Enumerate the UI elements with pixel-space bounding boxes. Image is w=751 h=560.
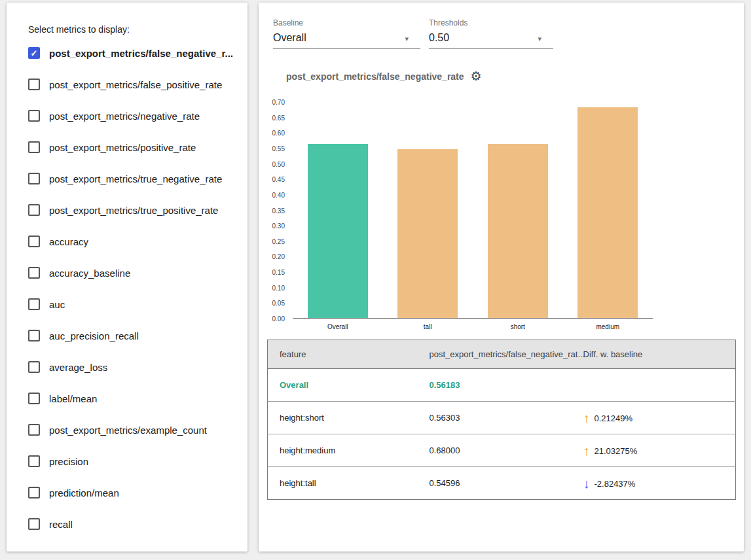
diff-cell: ↑21.03275% bbox=[583, 434, 736, 467]
column-header: feature bbox=[268, 340, 430, 369]
diff-cell: ↓-2.82437% bbox=[583, 467, 736, 500]
checkbox-unchecked-icon[interactable] bbox=[28, 393, 40, 404]
value-cell: 0.56303 bbox=[430, 402, 583, 434]
metric-label: post_export_metrics/true_negative_rate bbox=[49, 173, 222, 184]
checkbox-unchecked-icon[interactable] bbox=[28, 173, 40, 184]
table-row[interactable]: height:tall0.54596↓-2.82437% bbox=[268, 467, 736, 500]
bar-Overall[interactable] bbox=[308, 144, 368, 318]
y-axis-tick-label: 0.20 bbox=[272, 253, 285, 260]
checkbox-unchecked-icon[interactable] bbox=[28, 518, 40, 530]
checkbox-unchecked-icon[interactable] bbox=[28, 79, 40, 90]
metric-detail-panel: Baseline Overall ▾ Thresholds 0.50 ▾ pos… bbox=[259, 3, 744, 551]
diff-percentage: 21.03275% bbox=[595, 446, 638, 455]
metric-label: post_export_metrics/positive_rate bbox=[49, 142, 196, 153]
metric-checkbox-row[interactable]: post_export_metrics/positive_rate bbox=[28, 131, 242, 163]
y-axis-tick-label: 0.60 bbox=[272, 130, 285, 137]
x-axis-tick-label: medium bbox=[563, 323, 653, 330]
metric-select-panel: Select metrics to display: ✓post_export_… bbox=[7, 3, 247, 551]
metric-label: accuracy_baseline bbox=[49, 268, 130, 279]
metric-checkbox-row[interactable]: label/mean bbox=[28, 383, 242, 414]
baseline-dropdown[interactable]: Baseline Overall ▾ bbox=[273, 18, 420, 49]
settings-gear-icon[interactable]: ⚙ bbox=[471, 70, 482, 82]
metric-label: recall bbox=[49, 519, 73, 530]
metric-checkbox-row[interactable]: post_export_metrics/true_positive_rate bbox=[28, 194, 242, 226]
chart-title: post_export_metrics/false_negative_rate bbox=[286, 71, 464, 82]
metric-label: post_export_metrics/example_count bbox=[49, 425, 207, 436]
feature-cell: height:tall bbox=[268, 467, 430, 500]
y-axis-tick-label: 0.70 bbox=[272, 99, 285, 106]
thresholds-dropdown[interactable]: Thresholds 0.50 ▾ bbox=[429, 18, 553, 49]
table-row[interactable]: Overall0.56183 bbox=[268, 369, 736, 402]
metric-checkbox-row[interactable]: average_loss bbox=[28, 351, 242, 383]
metric-label: post_export_metrics/true_positive_rate bbox=[49, 205, 218, 216]
y-axis-tick-label: 0.35 bbox=[272, 207, 285, 215]
metric-checkbox-row[interactable]: ✓post_export_metrics/false_negative_r... bbox=[28, 37, 242, 69]
value-cell: 0.68000 bbox=[430, 434, 583, 467]
diff-percentage: -2.82437% bbox=[595, 478, 636, 488]
checkbox-unchecked-icon[interactable] bbox=[28, 267, 40, 279]
metric-label: auc_precision_recall bbox=[49, 330, 139, 341]
baseline-value: Overall bbox=[273, 32, 306, 44]
y-axis-tick-label: 0.45 bbox=[272, 176, 285, 183]
metric-list: ✓post_export_metrics/false_negative_r...… bbox=[28, 37, 242, 540]
x-axis-tick-label: Overall bbox=[293, 323, 383, 330]
metric-checkbox-row[interactable]: accuracy bbox=[28, 226, 242, 257]
y-axis-tick-label: 0.00 bbox=[272, 315, 285, 323]
metric-label: post_export_metrics/negative_rate bbox=[49, 111, 200, 122]
checkbox-unchecked-icon[interactable] bbox=[28, 141, 40, 153]
metric-checkbox-row[interactable]: precision bbox=[28, 446, 242, 477]
metric-checkbox-row[interactable]: auc_precision_recall bbox=[28, 320, 242, 351]
metric-label: auc bbox=[49, 299, 65, 310]
checkbox-unchecked-icon[interactable] bbox=[28, 204, 40, 216]
bar-medium[interactable] bbox=[577, 107, 638, 318]
checkbox-checked-icon[interactable]: ✓ bbox=[28, 47, 40, 59]
metric-checkbox-row[interactable]: post_export_metrics/true_negative_rate bbox=[28, 163, 242, 194]
metric-label: prediction/mean bbox=[49, 487, 119, 499]
chevron-down-icon[interactable]: ▾ bbox=[405, 34, 409, 44]
checkbox-unchecked-icon[interactable] bbox=[28, 298, 40, 310]
metric-label: average_loss bbox=[49, 362, 107, 373]
table-header: featurepost_export_metrics/false_negativ… bbox=[268, 340, 736, 369]
checkbox-unchecked-icon[interactable] bbox=[28, 330, 40, 341]
y-axis-tick-label: 0.05 bbox=[272, 300, 285, 307]
table-row[interactable]: height:short0.56303↑0.21249% bbox=[268, 402, 736, 434]
y-axis-tick-label: 0.55 bbox=[272, 145, 285, 152]
column-header: post_export_metrics/false_negative_rat..… bbox=[430, 340, 583, 369]
y-axis-tick-label: 0.15 bbox=[272, 269, 285, 276]
metric-checkbox-row[interactable]: recall bbox=[28, 508, 242, 540]
y-axis-tick-label: 0.65 bbox=[272, 114, 285, 122]
checkbox-unchecked-icon[interactable] bbox=[28, 455, 40, 467]
checkbox-unchecked-icon[interactable] bbox=[28, 110, 40, 122]
bar-tall[interactable] bbox=[397, 149, 458, 318]
value-cell: 0.54596 bbox=[430, 467, 583, 500]
checkbox-unchecked-icon[interactable] bbox=[28, 487, 40, 499]
metric-label: precision bbox=[49, 456, 88, 467]
chart-y-axis: 0.000.050.100.150.200.250.300.350.400.45… bbox=[259, 102, 289, 319]
metric-checkbox-row[interactable]: auc bbox=[28, 289, 242, 320]
value-cell: 0.56183 bbox=[430, 369, 583, 402]
checkbox-unchecked-icon[interactable] bbox=[28, 361, 40, 373]
bar-short[interactable] bbox=[488, 144, 548, 318]
metric-checkbox-row[interactable]: accuracy_baseline bbox=[28, 257, 242, 289]
checkbox-unchecked-icon[interactable] bbox=[28, 424, 40, 436]
up-arrow-icon: ↑ bbox=[583, 444, 590, 458]
thresholds-value: 0.50 bbox=[429, 32, 449, 44]
metric-select-title: Select metrics to display: bbox=[28, 24, 130, 35]
y-axis-tick-label: 0.30 bbox=[272, 222, 285, 230]
table-row[interactable]: height:medium0.68000↑21.03275% bbox=[268, 434, 736, 467]
chevron-down-icon[interactable]: ▾ bbox=[538, 34, 541, 44]
metric-checkbox-row[interactable]: post_export_metrics/example_count bbox=[28, 414, 242, 446]
feature-cell: Overall bbox=[268, 369, 430, 402]
y-axis-tick-label: 0.25 bbox=[272, 238, 285, 245]
bar-chart bbox=[293, 102, 653, 319]
metric-checkbox-row[interactable]: post_export_metrics/negative_rate bbox=[28, 100, 242, 131]
metric-label: post_export_metrics/false_positive_rate bbox=[49, 79, 222, 90]
diff-percentage: 0.21249% bbox=[595, 413, 633, 423]
metric-label: label/mean bbox=[49, 393, 97, 404]
chart-x-axis: Overalltallshortmedium bbox=[293, 323, 653, 332]
metric-checkbox-row[interactable]: post_export_metrics/false_positive_rate bbox=[28, 69, 242, 100]
x-axis-tick-label: short bbox=[473, 323, 563, 330]
checkbox-unchecked-icon[interactable] bbox=[28, 236, 40, 247]
metric-checkbox-row[interactable]: prediction/mean bbox=[28, 477, 242, 508]
diff-cell: ↑0.21249% bbox=[583, 402, 736, 434]
